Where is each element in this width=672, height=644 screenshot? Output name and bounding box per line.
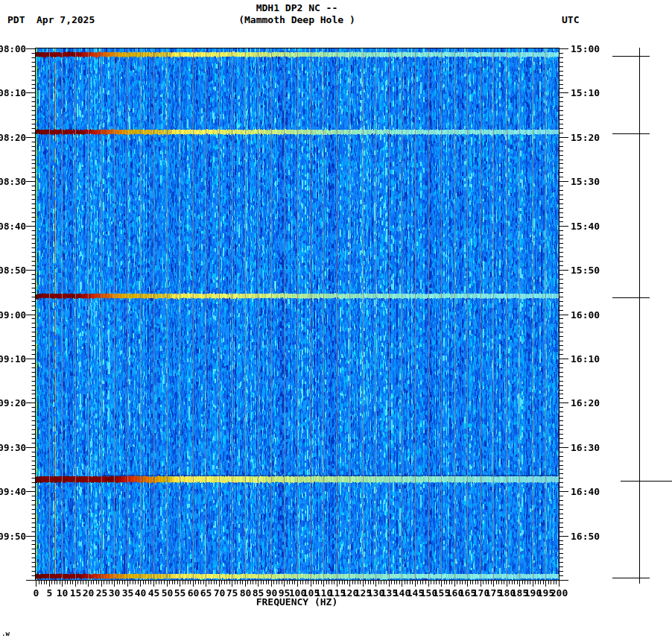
spectrogram-heatmap xyxy=(35,48,560,581)
y-left-tick-label: 08:30 xyxy=(0,176,26,187)
y-left-tick-label: 08:50 xyxy=(0,265,26,276)
y-right-tick-label: 15:10 xyxy=(571,87,600,98)
watermark-glyph: .w xyxy=(1,631,10,637)
x-axis-title: FREQUENCY (HZ) xyxy=(35,597,559,607)
y-left-tick-label: 08:00 xyxy=(0,43,26,54)
y-left-tick-label: 09:20 xyxy=(0,397,26,408)
y-right-tick-label: 16:10 xyxy=(571,353,600,364)
y-left-tick-label: 09:30 xyxy=(0,442,26,453)
y-right-tick-label: 15:20 xyxy=(571,132,600,143)
spectrogram-page: PDT Apr 7,2025 MDH1 DP2 NC -- (Mammoth D… xyxy=(0,0,672,644)
y-left-tick-label: 09:40 xyxy=(0,486,26,497)
y-right-tick-label: 15:30 xyxy=(571,176,600,187)
timezone-right-label: UTC xyxy=(562,15,579,25)
y-right-tick-label: 16:00 xyxy=(571,309,600,321)
y-left-tick-label: 09:00 xyxy=(0,309,26,321)
y-right-tick-label: 16:20 xyxy=(571,397,600,408)
y-right-tick-label: 15:40 xyxy=(571,221,600,232)
y-left-tick-label: 08:10 xyxy=(0,87,26,98)
y-right-tick-label: 16:40 xyxy=(571,486,600,497)
y-right-tick-label: 16:50 xyxy=(571,531,600,542)
chart-title: MDH1 DP2 NC -- xyxy=(35,3,559,13)
y-left-tick-label: 09:10 xyxy=(0,353,26,364)
y-left-tick-label: 08:40 xyxy=(0,221,26,232)
y-right-tick-label: 15:00 xyxy=(571,43,600,54)
timezone-left-label: PDT xyxy=(7,15,25,25)
y-right-tick-label: 15:50 xyxy=(571,265,600,276)
y-left-tick-label: 09:50 xyxy=(0,531,26,542)
y-left-tick-label: 08:20 xyxy=(0,132,26,143)
y-right-tick-label: 16:30 xyxy=(571,442,600,453)
chart-subtitle: (Mammoth Deep Hole ) xyxy=(35,15,559,25)
